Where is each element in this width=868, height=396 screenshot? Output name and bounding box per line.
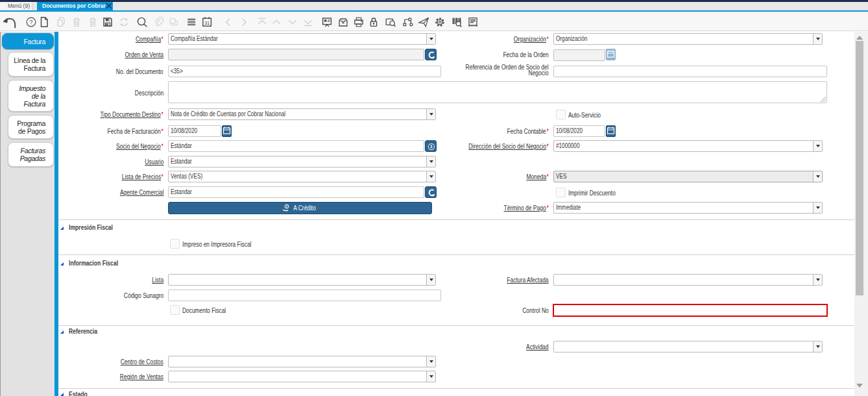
svg-text:31: 31 [204, 21, 210, 25]
svg-text:?: ? [29, 18, 32, 25]
